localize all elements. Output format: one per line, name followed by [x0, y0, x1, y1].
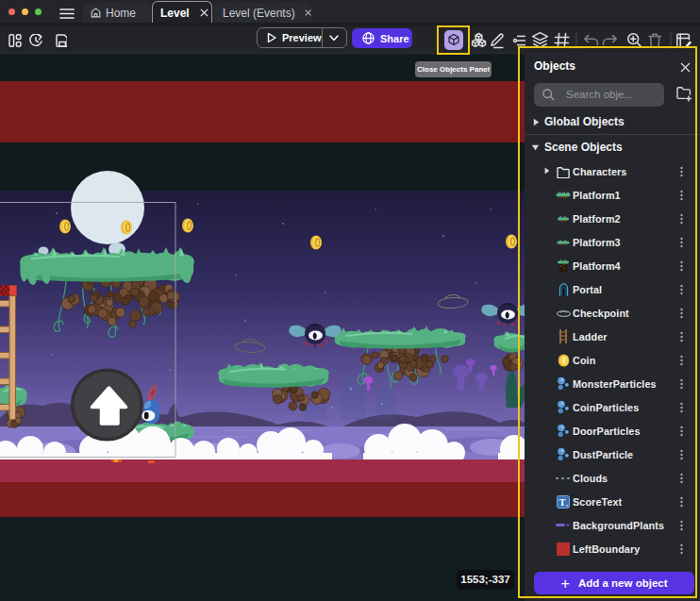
svg-text:T: T [559, 496, 566, 507]
